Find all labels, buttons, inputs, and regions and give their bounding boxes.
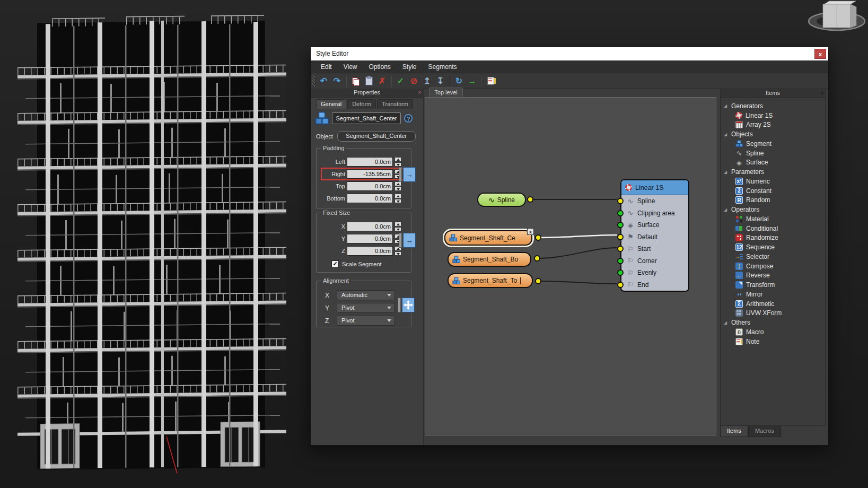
move-bottom-button[interactable]: ↧ [434,75,446,87]
tree-item-transform[interactable]: Transform [723,280,825,290]
padding-bottom-input[interactable]: 0.0cm [347,194,393,203]
properties-header[interactable]: Properties × [311,89,423,98]
spline-output-port[interactable] [527,196,533,203]
tree-item-note[interactable]: Note [723,337,825,346]
expand-icon[interactable]: ◢ [723,170,728,175]
node-linear-1s[interactable]: Linear 1S ∿ Spline ∿ Clipping area ◈ Sur… [620,179,689,292]
alignment-mode-button[interactable] [398,298,415,312]
tree-group-generators[interactable]: ◢Generators [723,101,825,111]
expand-icon[interactable]: ◢ [723,207,728,212]
align-x-dropdown[interactable]: Automatic [337,290,395,300]
segment-center-output-port[interactable] [535,234,541,241]
padding-left-spinner[interactable] [394,157,401,167]
tree-group-parameters[interactable]: ◢Parameters [723,167,825,177]
properties-close-icon[interactable]: × [418,89,421,97]
tab-macros[interactable]: Macros [748,426,781,437]
paste-button[interactable] [363,75,375,87]
node-segment-shaft-bottom[interactable]: Segment_Shaft_Bo [448,252,531,267]
tab-items[interactable]: Items [720,426,748,437]
tree-item-array-2s[interactable]: Array 2S [723,120,825,130]
menu-style[interactable]: Style [397,61,423,73]
padding-top-input[interactable]: 0.0cm [347,181,393,191]
linear-1s-header[interactable]: Linear 1S [621,180,688,195]
panel-collapse-icon[interactable]: ▾ [821,90,823,98]
tree-item-mirror[interactable]: ◖◗Mirror [723,290,825,299]
menu-edit[interactable]: Edit [315,61,338,73]
tree-item-uvw-xform[interactable]: UVW XForm [723,309,825,318]
menu-segments[interactable]: Segments [423,61,463,73]
tree-item-linear-1s[interactable]: Linear 1S [723,111,825,120]
tree-item-segment[interactable]: Segment [723,139,825,149]
redo-button[interactable]: ↷ [331,75,343,87]
tree-item-arithmetic[interactable]: ΣArithmetic [723,299,825,309]
tab-deform[interactable]: Deform [347,99,376,109]
fixed-size-mode-button[interactable]: ↔ [399,233,416,248]
library-button[interactable] [485,75,497,87]
segment-top-output-port[interactable] [535,278,541,284]
clipping-area-input-port[interactable] [617,210,624,216]
tree-item-material[interactable]: Material [723,214,825,224]
padding-bottom-spinner[interactable] [394,194,401,203]
padding-left-input[interactable]: 0.0cm [347,157,393,167]
expand-icon[interactable]: ◢ [723,103,728,108]
node-segment-shaft-center[interactable]: Segment_Shaft_Ce x [444,230,532,246]
spline-input-port[interactable] [617,198,624,204]
node-canvas[interactable]: ∿ Spline Segment_Shaft_Ce x [425,97,716,435]
tree-group-operators[interactable]: ◢Operators [723,205,825,214]
discard-button[interactable]: ⊘ [408,75,420,87]
size-x-spinner[interactable] [394,222,401,231]
expand-icon[interactable]: ◢ [723,320,728,325]
tab-transform[interactable]: Transform [377,99,413,109]
expand-icon[interactable]: ◢ [723,132,728,137]
size-y-input[interactable]: 0.0cm [347,234,393,243]
tree-item-surface[interactable]: ◈Surface [723,158,825,168]
tree-item-selector[interactable]: Selector [723,252,825,262]
commit-button[interactable]: ✓ [394,75,407,87]
node-segment-shaft-top[interactable]: Segment_Shaft_To [448,273,533,288]
tree-item-constant[interactable]: 2Constant [723,186,825,196]
tree-group-objects[interactable]: ◢Objects [723,129,825,139]
align-z-dropdown[interactable]: Pivot [337,316,395,326]
tree-item-compose[interactable]: ¦Compose [723,262,825,271]
menu-view[interactable]: View [338,61,363,73]
scale-segment-checkbox[interactable]: ✓ [331,260,339,268]
viewcube[interactable] [805,0,868,38]
window-titlebar[interactable]: Style Editor x [311,47,828,60]
tree-item-randomize[interactable]: Randomize [723,233,825,243]
copy-button[interactable] [349,75,362,87]
corner-input-port[interactable] [617,258,624,264]
menu-options[interactable]: Options [363,61,396,73]
tab-general[interactable]: General [316,99,346,109]
delete-button[interactable]: ✗ [376,75,388,87]
segment-name-input[interactable]: Segment_Shaft_Center [332,112,401,124]
tree-item-numeric[interactable]: x²Numeric [723,177,825,186]
tree-item-reverse[interactable]: ←Reverse [723,271,825,281]
tree-item-random[interactable]: RRandom [723,196,825,205]
tree-item-conditional[interactable]: Conditional [723,224,825,233]
tree-item-sequence[interactable]: 12Sequence [723,242,825,252]
node-close-icon[interactable]: x [527,228,534,235]
evenly-input-port[interactable] [617,269,624,276]
move-top-button[interactable]: ↥ [421,75,433,87]
export-button[interactable]: → [466,75,478,87]
sync-button[interactable]: ↻ [453,75,465,87]
segment-bottom-output-port[interactable] [534,255,540,262]
tree-item-macro[interactable]: {}Macro [723,327,825,337]
padding-mode-button[interactable]: → [399,167,416,182]
window-close-button[interactable]: x [814,49,826,59]
start-input-port[interactable] [617,246,624,252]
help-button[interactable]: ? [404,114,413,123]
align-y-dropdown[interactable]: Pivot [337,303,395,313]
canvas-tab-top-level[interactable]: Top level [429,88,463,97]
toolbar-drag-handle[interactable] [312,75,315,87]
default-input-port[interactable] [617,234,624,240]
undo-button[interactable]: ↶ [318,75,330,87]
node-spline[interactable]: ∿ Spline [477,193,526,207]
padding-right-input[interactable]: -135.95cm [347,169,393,179]
padding-top-spinner[interactable] [394,181,401,191]
object-picker-button[interactable]: Segment_Shaft_Center [337,131,416,142]
tree-group-others[interactable]: ◢Others [723,318,825,327]
size-x-input[interactable]: 0.0cm [347,222,393,231]
surface-input-port[interactable] [617,222,624,228]
tree-item-spline[interactable]: ∿Spline [723,149,825,158]
